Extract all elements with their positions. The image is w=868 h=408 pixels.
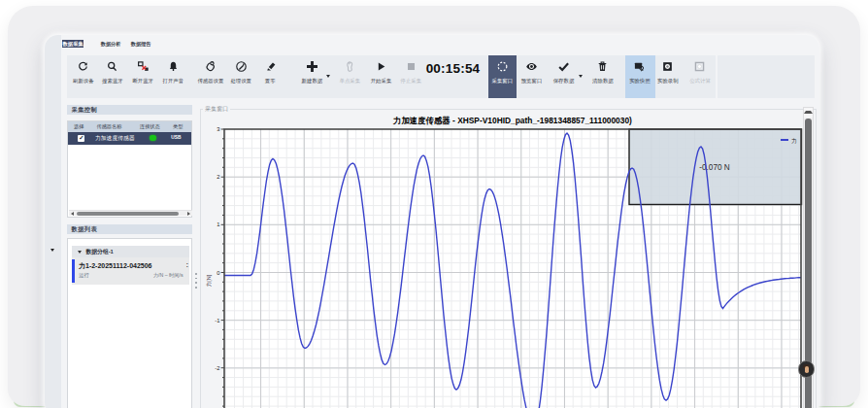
svg-text:0: 0 xyxy=(217,270,219,276)
svg-text:-2: -2 xyxy=(215,365,219,371)
svg-text:-1: -1 xyxy=(215,318,219,323)
svg-text:力[N]: 力[N] xyxy=(206,274,212,287)
svg-text:力: 力 xyxy=(791,138,797,144)
svg-text:-0.070 N: -0.070 N xyxy=(699,163,729,172)
svg-text:3: 3 xyxy=(217,126,219,132)
svg-text:1: 1 xyxy=(217,221,219,227)
svg-text:2: 2 xyxy=(217,174,219,180)
